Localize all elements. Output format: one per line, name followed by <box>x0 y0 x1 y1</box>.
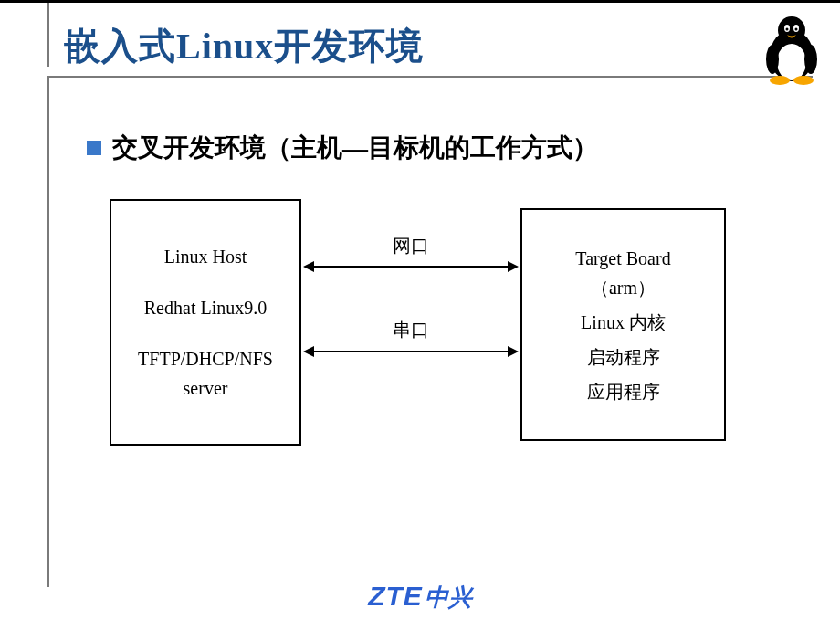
host-line1: Linux Host <box>164 242 247 271</box>
brand-cn: 中兴 <box>425 583 472 611</box>
host-line3: TFTP/DHCP/NFS server <box>117 344 294 403</box>
brand-en: ZTE <box>368 581 423 611</box>
svg-marker-15 <box>303 346 314 357</box>
title-underline <box>47 76 813 78</box>
left-vertical-rule <box>47 76 49 587</box>
connections: 网口 串口 <box>301 199 520 446</box>
bullet-text: 交叉开发环境（主机—目标机的工作方式） <box>112 131 598 165</box>
connection-label-serial: 串口 <box>301 318 520 342</box>
bullet-square-icon <box>87 141 101 155</box>
svg-point-9 <box>766 45 779 74</box>
svg-point-2 <box>778 16 805 44</box>
bullet-item: 交叉开发环境（主机—目标机的工作方式） <box>87 131 598 165</box>
host-box: Linux Host Redhat Linux9.0 TFTP/DHCP/NFS… <box>110 199 301 446</box>
svg-point-10 <box>804 45 817 74</box>
target-line2: （arm） <box>575 273 670 302</box>
connection-label-network: 网口 <box>301 234 520 258</box>
svg-point-8 <box>793 76 814 85</box>
svg-marker-12 <box>303 261 314 272</box>
architecture-diagram: Linux Host Redhat Linux9.0 TFTP/DHCP/NFS… <box>110 199 730 464</box>
double-arrow-network-icon <box>301 258 520 275</box>
target-box: Target Board （arm） Linux 内核 启动程序 应用程序 <box>520 208 726 441</box>
footer-logo: ZTE中兴 <box>0 581 840 614</box>
svg-point-6 <box>795 28 798 31</box>
tux-penguin-icon <box>760 12 824 85</box>
title-vertical-rule <box>47 3 49 67</box>
host-line2: Redhat Linux9.0 <box>144 293 267 322</box>
target-line4: 启动程序 <box>587 342 660 372</box>
svg-point-7 <box>770 76 790 85</box>
target-line1: Target Board <box>575 244 670 273</box>
target-line5: 应用程序 <box>587 377 660 406</box>
svg-marker-13 <box>508 261 519 272</box>
slide-title: 嵌入式Linux开发环境 <box>64 21 840 80</box>
svg-point-1 <box>777 44 806 80</box>
svg-point-5 <box>786 28 789 31</box>
svg-marker-16 <box>508 346 519 357</box>
double-arrow-serial-icon <box>301 343 520 360</box>
target-line3: Linux 内核 <box>581 308 666 337</box>
